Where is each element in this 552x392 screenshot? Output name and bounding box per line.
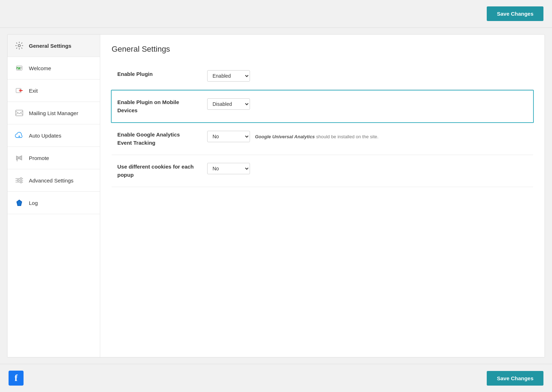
sidebar-item-advanced-settings[interactable]: Advanced Settings	[7, 169, 100, 192]
sidebar-label-general-settings: General Settings	[29, 43, 71, 49]
setting-control-analytics: No Yes Google Universal Analytics should…	[207, 131, 527, 142]
setting-row-enable-mobile: Enable Plugin on Mobile Devices Enabled …	[111, 90, 534, 123]
svg-rect-5	[16, 110, 23, 116]
mail-icon	[15, 108, 24, 118]
cloud-icon	[15, 131, 24, 140]
sidebar-item-promote[interactable]: Promote	[7, 147, 100, 169]
svg-marker-8	[16, 156, 19, 160]
sidebar: General Settings Welcome	[7, 35, 100, 357]
enable-plugin-select[interactable]: Enabled Disabled	[207, 70, 250, 82]
sidebar-item-exit[interactable]: Exit	[7, 79, 100, 102]
gear-icon	[15, 41, 24, 50]
sidebar-label-welcome: Welcome	[29, 65, 51, 71]
sidebar-label-auto-updates: Auto Updates	[29, 133, 61, 139]
sidebar-label-mailing-list: Mailing List Manager	[29, 110, 78, 116]
setting-label-enable-mobile: Enable Plugin on Mobile Devices	[117, 98, 196, 114]
setting-row-analytics: Enable Google Analytics Event Tracking N…	[112, 123, 533, 155]
sidebar-label-advanced-settings: Advanced Settings	[29, 177, 73, 184]
setting-label-cookies: Use different cookies for each popup	[117, 163, 196, 179]
setting-label-analytics: Enable Google Analytics Event Tracking	[117, 131, 196, 147]
sidebar-item-welcome[interactable]: Welcome	[7, 57, 100, 79]
sidebar-label-exit: Exit	[29, 88, 38, 94]
bottom-bar: f Save Changes	[0, 364, 552, 392]
svg-line-6	[16, 113, 18, 115]
log-icon	[15, 198, 24, 207]
sidebar-label-log: Log	[29, 200, 38, 206]
setting-row-enable-plugin: Enable Plugin Enabled Disabled	[112, 62, 533, 90]
exit-icon	[15, 86, 24, 95]
svg-line-7	[21, 113, 23, 115]
cookies-select[interactable]: No Yes	[207, 163, 250, 174]
bottom-save-button[interactable]: Save Changes	[487, 371, 543, 386]
sidebar-item-mailing-list[interactable]: Mailing List Manager	[7, 102, 100, 124]
analytics-select[interactable]: No Yes	[207, 131, 250, 142]
analytics-note: Google Universal Analytics should be ins…	[255, 134, 378, 139]
top-bar: Save Changes	[0, 0, 552, 28]
sidebar-label-promote: Promote	[29, 155, 49, 161]
facebook-icon: f	[9, 371, 24, 386]
main-container: General Settings Welcome	[7, 34, 545, 357]
advanced-settings-icon	[15, 176, 24, 185]
setting-label-enable-plugin: Enable Plugin	[117, 70, 196, 78]
page-title: General Settings	[112, 45, 533, 54]
top-save-button[interactable]: Save Changes	[487, 6, 543, 21]
setting-control-enable-plugin: Enabled Disabled	[207, 70, 527, 82]
enable-mobile-select[interactable]: Enabled Disabled	[207, 98, 250, 110]
content-area: General Settings Enable Plugin Enabled D…	[100, 35, 545, 357]
promote-icon	[15, 153, 24, 163]
setting-control-cookies: No Yes	[207, 163, 527, 174]
welcome-icon	[15, 63, 24, 73]
sidebar-item-log[interactable]: Log	[7, 192, 100, 214]
sidebar-item-auto-updates[interactable]: Auto Updates	[7, 124, 100, 147]
sidebar-item-general-settings[interactable]: General Settings	[7, 35, 100, 57]
setting-row-cookies: Use different cookies for each popup No …	[112, 155, 533, 187]
svg-point-0	[18, 45, 20, 47]
setting-control-enable-mobile: Enabled Disabled	[207, 98, 527, 110]
